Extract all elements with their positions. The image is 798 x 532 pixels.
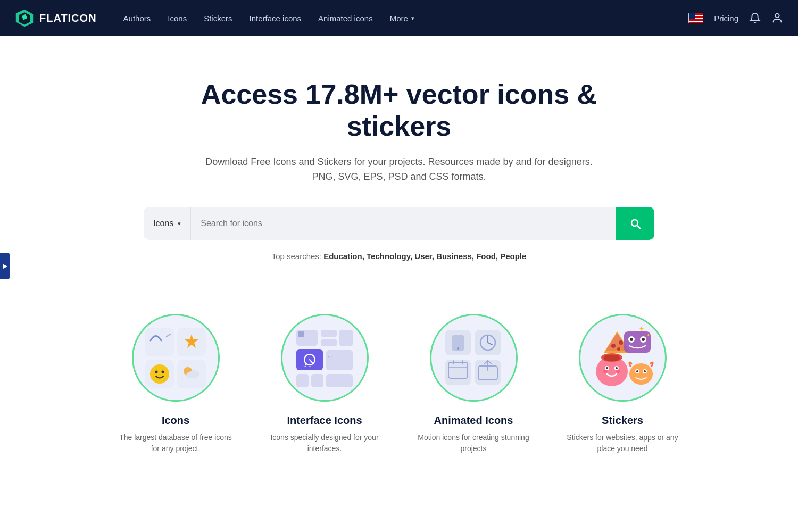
dropdown-chevron-icon: ▾ <box>178 220 181 227</box>
svg-point-63 <box>616 367 618 369</box>
category-desc-animated: Motion icons for creating stunning proje… <box>415 432 532 454</box>
notification-bell-icon[interactable] <box>749 12 761 24</box>
svg-point-56 <box>642 338 645 341</box>
category-title-animated: Animated Icons <box>434 414 513 427</box>
category-circle-stickers: ✦ ✦ <box>579 314 667 402</box>
icons-illustration <box>141 323 210 393</box>
category-card-icons[interactable]: Icons The largest database of free icons… <box>117 314 234 454</box>
svg-point-72 <box>644 370 646 372</box>
nav-links: Authors Icons Stickers Interface icons A… <box>116 10 689 27</box>
top-searches: Top searches: Education, Technology, Use… <box>11 252 787 261</box>
svg-rect-18 <box>321 330 337 337</box>
nav-authors[interactable]: Authors <box>116 10 159 27</box>
svg-rect-29 <box>311 374 323 387</box>
svg-point-68 <box>629 363 653 385</box>
svg-point-50 <box>619 340 623 345</box>
pricing-link[interactable]: Pricing <box>714 14 738 23</box>
language-flag[interactable] <box>688 13 703 23</box>
category-card-stickers[interactable]: ✦ ✦ <box>564 314 681 454</box>
category-card-animated[interactable]: Animated Icons Motion icons for creating… <box>415 314 532 454</box>
navbar: FLATICON Authors Icons Stickers Interfac… <box>0 0 798 36</box>
nav-icons[interactable]: Icons <box>160 10 194 27</box>
nav-right: Pricing <box>688 12 783 24</box>
svg-text:‹ ›: ‹ › <box>328 355 332 359</box>
category-desc-icons: The largest database of free icons for a… <box>117 432 234 454</box>
nav-animated-icons[interactable]: Animated icons <box>311 10 380 27</box>
search-button[interactable] <box>616 207 654 240</box>
category-desc-stickers: Stickers for websites, apps or any place… <box>564 432 681 454</box>
category-title-interface: Interface Icons <box>287 414 362 427</box>
sidebar-toggle[interactable]: ▶ <box>0 253 10 279</box>
svg-point-3 <box>775 14 779 18</box>
svg-point-36 <box>457 347 459 350</box>
category-title-icons: Icons <box>162 414 189 427</box>
search-icon <box>629 217 642 230</box>
svg-rect-20 <box>339 330 353 346</box>
svg-point-64 <box>603 370 608 373</box>
user-profile-icon[interactable] <box>771 12 783 24</box>
svg-point-10 <box>155 370 158 373</box>
category-card-interface[interactable]: ↺ ↻ ‹ › Interface Icons Icons specially … <box>266 314 383 454</box>
svg-point-14 <box>186 372 195 378</box>
category-desc-interface: Icons specially designed for your interf… <box>266 432 383 454</box>
search-input[interactable] <box>191 207 616 240</box>
interface-illustration: ↺ ↻ ‹ › <box>290 323 359 393</box>
logo-text: FLATICON <box>39 12 97 24</box>
nav-more[interactable]: More ▾ <box>383 10 422 27</box>
svg-point-65 <box>616 370 620 373</box>
svg-point-54 <box>630 338 633 341</box>
categories-section: Icons The largest database of free icons… <box>0 293 798 497</box>
category-title-stickers: Stickers <box>602 414 643 427</box>
svg-point-49 <box>611 344 616 348</box>
nav-interface-icons[interactable]: Interface icons <box>242 10 309 27</box>
svg-rect-4 <box>145 328 174 356</box>
svg-point-9 <box>150 364 169 384</box>
hero-title: Access 17.8M+ vector icons & stickers <box>160 79 638 143</box>
svg-rect-26 <box>326 350 353 370</box>
category-circle-interface: ↺ ↻ ‹ › <box>281 314 369 402</box>
logo[interactable]: FLATICON <box>15 9 97 28</box>
svg-text:✦: ✦ <box>646 332 651 338</box>
stickers-illustration: ✦ ✦ <box>588 323 657 393</box>
svg-text:↺ ↻: ↺ ↻ <box>303 363 312 368</box>
svg-rect-67 <box>604 355 620 361</box>
svg-rect-21 <box>298 331 304 337</box>
hero-section: Access 17.8M+ vector icons & stickers Do… <box>0 36 798 293</box>
nav-stickers[interactable]: Stickers <box>196 10 239 27</box>
search-category-dropdown[interactable]: Icons ▾ <box>144 207 191 240</box>
hero-subtitle: Download Free Icons and Stickers for you… <box>11 154 787 185</box>
search-bar: Icons ▾ <box>144 207 654 240</box>
animated-illustration <box>439 323 508 393</box>
svg-rect-28 <box>296 374 309 387</box>
svg-point-61 <box>606 367 608 369</box>
category-circle-icons <box>132 314 220 402</box>
svg-text:✦: ✦ <box>638 325 645 333</box>
chevron-down-icon: ▾ <box>411 15 414 22</box>
svg-point-51 <box>617 347 620 351</box>
svg-point-11 <box>162 370 164 373</box>
svg-rect-30 <box>326 374 353 387</box>
category-circle-animated <box>430 314 518 402</box>
svg-point-70 <box>636 370 638 372</box>
svg-rect-19 <box>321 339 337 346</box>
